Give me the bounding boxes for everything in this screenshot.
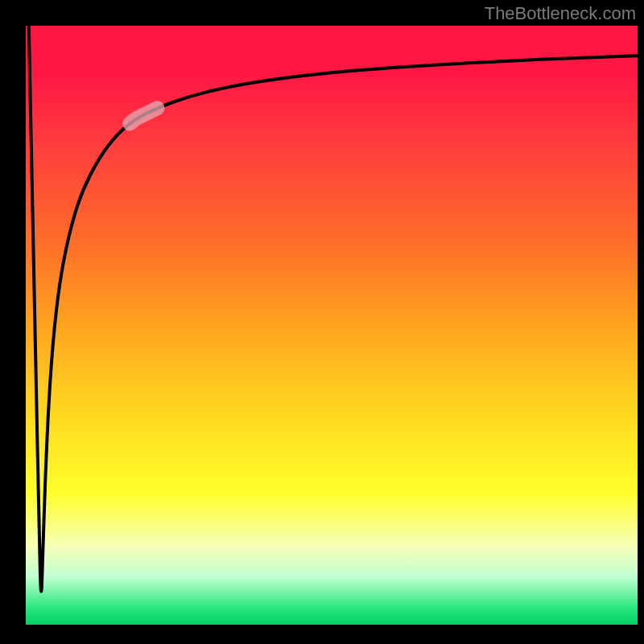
watermark-text: TheBottleneck.com <box>485 3 636 24</box>
bottleneck-curve-chart <box>0 0 644 644</box>
chart-container: TheBottleneck.com <box>0 0 644 644</box>
gradient-plot-area <box>26 26 638 625</box>
